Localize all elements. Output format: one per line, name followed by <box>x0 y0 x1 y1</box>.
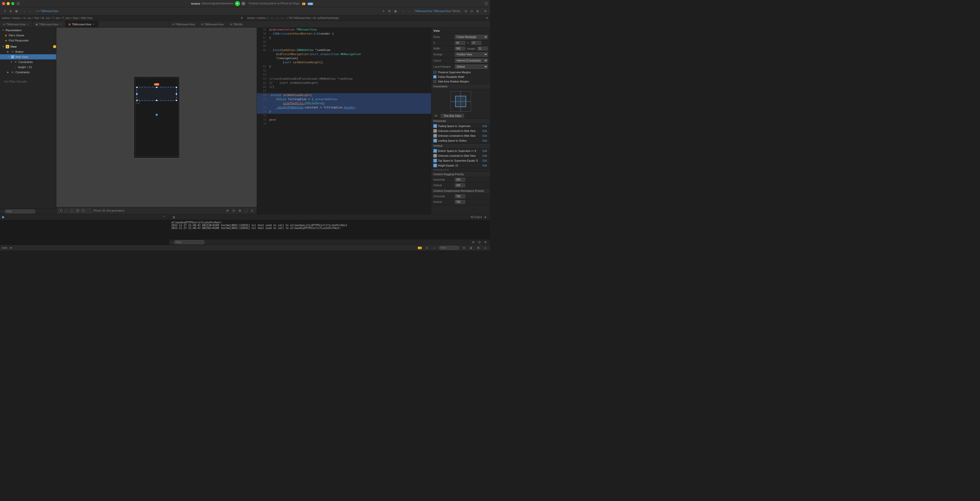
tab-bar-right: M TMAnswerView M TMAnswerView M TMUtils <box>169 21 490 28</box>
edit-trailing-btn[interactable]: Edit <box>482 124 488 128</box>
tab-all[interactable]: All <box>431 114 441 118</box>
edit-height-btn[interactable]: Edit <box>482 164 488 167</box>
ch-h-input[interactable] <box>455 178 465 182</box>
layout-select[interactable]: Inferred (Constraints) <box>455 59 488 63</box>
stop-button[interactable]: ■ <box>242 2 245 5</box>
output-menu-btn[interactable]: ▼ <box>483 215 488 220</box>
console-panel-btn[interactable]: ⊡ <box>477 240 482 245</box>
edit-unknown-v1-btn[interactable]: Edit <box>482 154 488 157</box>
code-editor[interactable]: 18 @implementation TMAnswerView 50 - (IB… <box>257 28 431 214</box>
status-filter-input[interactable] <box>439 246 459 250</box>
minimize-button[interactable] <box>7 2 10 5</box>
cc-h-input[interactable] <box>455 194 465 198</box>
cb-follow-readable[interactable]: ✓ <box>433 75 436 78</box>
outline-files-owner[interactable]: ◉ File's Owner <box>0 33 56 38</box>
canvas-link-btn[interactable]: ⊡ <box>81 209 85 213</box>
canvas-filter-btn[interactable]: ⌾ <box>70 209 74 213</box>
close-tab-btn[interactable]: ✕ <box>2 9 7 14</box>
outline-constraints-webview[interactable]: ▼ ⊞ Constraints <box>0 59 56 65</box>
canvas-zoom-in[interactable]: ⊞ <box>225 208 230 213</box>
status-filter-btn[interactable]: ⌕ <box>431 246 437 251</box>
y-input[interactable] <box>471 41 481 45</box>
filter-icon: ⌕ <box>2 210 3 213</box>
x-input[interactable] <box>455 41 465 45</box>
debug-toggle[interactable]: ⊠ <box>475 9 480 14</box>
tab-right-2[interactable]: M TMUtils <box>227 21 246 27</box>
status-grid-btn[interactable]: ⊞ <box>476 246 481 251</box>
status-trash-btn[interactable]: 🗑 <box>468 246 474 251</box>
outline-web-view[interactable]: ▼ W Web View <box>0 54 56 59</box>
canvas-fullscreen[interactable]: ⛶ <box>243 208 248 213</box>
tab-right-1[interactable]: M TMAnswerView <box>198 21 227 27</box>
edit-top-btn[interactable]: Edit <box>482 159 488 162</box>
layout-btn[interactable]: ▦ <box>14 9 19 14</box>
canvas-more-btn[interactable]: ⋯ <box>87 209 91 213</box>
split-btn[interactable]: ⊞ <box>8 9 13 14</box>
tab-right-0[interactable]: M TMAnswerView <box>169 21 198 27</box>
code-line-60c: *)navigation{ <box>257 56 431 60</box>
zoom-button[interactable] <box>11 2 14 5</box>
status-warning-btn[interactable]: ⚠ <box>417 246 422 251</box>
tab-close-0[interactable]: ✕ <box>27 23 29 25</box>
tab-close-1[interactable]: ✕ <box>59 23 62 25</box>
constraint-unknown-h1-text: Unknown constraint to Web View <box>438 130 480 132</box>
tab-left-0[interactable]: M TMAnswerView ✕ <box>0 21 33 27</box>
split-btn-r[interactable]: ⊞ <box>387 9 392 14</box>
panel-toggle[interactable]: ⊡ <box>469 9 474 14</box>
arrange-label: Arrange <box>433 53 454 56</box>
tab-close-2[interactable]: ✕ <box>92 23 95 25</box>
tab-left-1[interactable]: ▦ TMAnswerView ✕ <box>33 21 65 27</box>
close-tab-btn-r[interactable]: ✕ <box>381 9 386 14</box>
edit-unknown-h2-btn[interactable]: Edit <box>482 134 488 138</box>
ch-v-input[interactable] <box>455 183 465 187</box>
outline-button[interactable]: ▶ ⊡ Button <box>0 49 56 54</box>
canvas-fit[interactable]: ⊟ <box>231 208 236 213</box>
canvas-resize-btn[interactable]: ⊞ <box>75 209 80 213</box>
close-button[interactable] <box>2 2 5 5</box>
fullscreen-icon[interactable]: ⛶ <box>484 2 488 5</box>
expand-arrow-webview: ▼ <box>7 55 10 58</box>
outline-height-constraint[interactable]: ↕ height = 21 <box>0 65 56 70</box>
show-select[interactable]: Frame Rectangle <box>455 35 488 39</box>
sidebar-toggle-icon[interactable]: ⊟ <box>16 2 20 5</box>
status-list-btn[interactable]: ≡ <box>483 246 488 251</box>
cb-preserve-margins[interactable] <box>433 71 436 74</box>
arrange-select[interactable]: Position View <box>455 52 488 57</box>
nav-forward-btn[interactable]: › <box>28 9 33 14</box>
width-input[interactable] <box>455 47 465 51</box>
cb-safe-area[interactable] <box>433 80 436 83</box>
console-nav-btn[interactable]: ⊟ <box>471 240 476 245</box>
edit-unknown-h1-btn[interactable]: Edit <box>482 129 488 133</box>
layout-btn-r[interactable]: ▦ <box>393 9 398 14</box>
console-filter-input[interactable] <box>174 240 205 244</box>
settings-btn[interactable]: ⚙ <box>483 9 488 14</box>
height-input[interactable] <box>477 47 488 51</box>
inspector-toggle[interactable]: ⊟ <box>463 9 468 14</box>
cc-v-input[interactable] <box>455 200 465 204</box>
canvas-close-btn[interactable]: ✕ <box>59 209 62 213</box>
run-button[interactable]: ▶ <box>235 1 240 6</box>
status-menu-btn[interactable]: ▼ <box>8 246 14 251</box>
canvas-info-btn[interactable]: i <box>64 209 68 213</box>
tab-left-2[interactable]: ▦ TMAnswerView ✕ <box>65 21 98 27</box>
console-clear-btn[interactable]: 🗑 <box>171 215 177 220</box>
canvas-zoom-out[interactable]: ⊠ <box>237 208 242 213</box>
canvas-share[interactable]: ⊡ <box>250 208 255 213</box>
outline-view-header[interactable]: ▼ V View ! <box>0 44 56 49</box>
console-collapse-btn[interactable]: ⌃ <box>162 215 167 220</box>
nav-back-btn-r[interactable]: ‹ <box>401 9 406 14</box>
status-panel-btn[interactable]: ⊟ <box>461 246 466 251</box>
tab-this-size-class[interactable]: This Size Class <box>441 114 465 118</box>
traffic-lights[interactable] <box>2 2 14 5</box>
status-info-btn[interactable]: ℹ <box>424 246 430 251</box>
nav-forward-btn-r[interactable]: › <box>407 9 412 14</box>
edit-bottom-btn[interactable]: Edit <box>482 149 488 153</box>
margins-select[interactable]: Default <box>455 65 488 69</box>
nav-back-btn[interactable]: ‹ <box>22 9 27 14</box>
outline-first-responder[interactable]: ◈ First Responder <box>0 38 56 43</box>
edit-leading-btn[interactable]: Edit <box>482 139 488 143</box>
tab-icon-swift-r0: M <box>172 23 174 25</box>
console-settings-btn[interactable]: ⚙ <box>483 240 488 245</box>
outline-constraints-view[interactable]: ▶ ⊞ Constraints <box>0 70 56 75</box>
outline-filter-input[interactable] <box>5 209 35 213</box>
